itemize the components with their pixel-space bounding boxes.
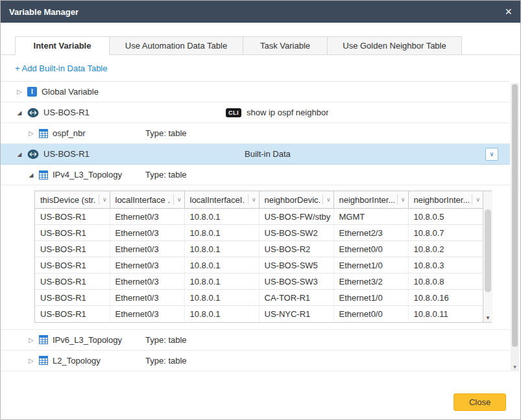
- table-cell: Ethernet0/3: [110, 241, 184, 257]
- table-cell: 10.8.0.1: [184, 274, 259, 290]
- expand-expanded-icon[interactable]: ◢: [27, 172, 36, 178]
- data-table-body: US-BOS-R1Ethernet0/310.8.0.1US-BOS-FW/st…: [35, 209, 483, 322]
- add-built-in-data-table-link[interactable]: + Add Built-in Data Table: [15, 64, 108, 73]
- scroll-down-icon[interactable]: ▼: [483, 315, 492, 321]
- column-header[interactable]: localInterfaceI...∨: [184, 191, 259, 209]
- column-header[interactable]: localInterface ...∨: [110, 191, 184, 209]
- topology-table-block: thisDevice (str...∨localInterface ...∨lo…: [1, 185, 510, 330]
- expand-collapsed-icon[interactable]: ▷: [15, 88, 24, 95]
- tree-label-ipv4-topology: IPv4_L3_Topology: [53, 170, 145, 180]
- table-cell: Ethernet2/3: [333, 225, 408, 241]
- table-cell: Ethernet1/0: [333, 257, 408, 274]
- tree-row-device-builtin[interactable]: ◢ US-BOS-R1 Built-in Data ∨: [1, 144, 510, 165]
- chevron-down-icon: ∨: [489, 150, 494, 158]
- table-cell: US-BOS-R1: [35, 209, 110, 225]
- expand-collapsed-icon[interactable]: ▷: [27, 130, 36, 137]
- tab-task-variable[interactable]: Task Variable: [243, 36, 328, 55]
- chevron-down-icon[interactable]: ∨: [472, 194, 480, 205]
- tree-label-device: US-BOS-R1: [43, 149, 245, 159]
- table-cell: US-BOS-SW5: [259, 257, 333, 274]
- table-cell: 10.8.0.8: [408, 274, 483, 290]
- expand-expanded-icon[interactable]: ◢: [15, 151, 24, 158]
- dialog-vertical-scrollbar[interactable]: ▼: [511, 83, 519, 371]
- chevron-down-icon[interactable]: ∨: [248, 194, 256, 205]
- table-cell: 10.8.0.1: [184, 225, 259, 241]
- tab-use-automation-data-table[interactable]: Use Automation Data Table: [110, 36, 243, 55]
- scrollbar-thumb[interactable]: [512, 84, 518, 347]
- type-text: Type: table: [145, 170, 187, 180]
- column-header[interactable]: neighborInter...∨: [333, 191, 408, 209]
- scroll-down-icon[interactable]: ▼: [511, 364, 519, 370]
- table-cell: 10.8.0.1: [184, 290, 259, 306]
- table-row[interactable]: US-BOS-R1Ethernet0/310.8.0.1CA-TOR-R1Eth…: [35, 290, 483, 306]
- table-cell: 10.8.0.2: [408, 241, 483, 257]
- table-cell: US-BOS-R1: [35, 257, 110, 274]
- tab-bar: Intent Variable Use Automation Data Tabl…: [1, 23, 520, 55]
- table-cell: US-BOS-SW3: [259, 274, 333, 290]
- chevron-down-icon[interactable]: ∨: [397, 194, 406, 205]
- tree-row-ipv6-topology[interactable]: ▷ IPv6_L3_Topology Type: table: [1, 330, 510, 351]
- topology-table: thisDevice (str...∨localInterface ...∨lo…: [34, 191, 492, 323]
- expand-collapsed-icon[interactable]: ▷: [27, 357, 36, 364]
- tree-label-ospf-nbr: ospf_nbr: [53, 128, 145, 138]
- device-icon: [27, 149, 39, 159]
- table-cell: US-BOS-SW2: [259, 225, 333, 241]
- scrollbar-thumb[interactable]: [485, 209, 491, 292]
- table-cell: US-BOS-R1: [35, 290, 110, 306]
- column-header-label: localInterfaceI...: [190, 195, 245, 205]
- table-cell: 10.8.0.1: [184, 241, 259, 257]
- variable-tree: ▷ I Global Variable ◢ US-BOS-R1 CLI show…: [1, 81, 510, 371]
- table-vertical-scrollbar[interactable]: ▼: [483, 191, 492, 322]
- column-header[interactable]: thisDevice (str...∨: [35, 191, 110, 209]
- expand-expanded-icon[interactable]: ◢: [15, 110, 24, 116]
- table-cell: Ethernet0/0: [333, 306, 408, 322]
- data-table-header-row: thisDevice (str...∨localInterface ...∨lo…: [35, 191, 483, 209]
- tab-intent-variable[interactable]: Intent Variable: [15, 36, 110, 55]
- table-cell: Ethernet0/3: [110, 209, 184, 225]
- table-icon: [39, 129, 48, 138]
- column-header[interactable]: neighborDevic...∨: [259, 191, 333, 209]
- tree-row-ipv4-topology[interactable]: ◢ IPv4_L3_Topology Type: table: [1, 165, 510, 185]
- cli-command-text: show ip ospf neighbor: [247, 108, 328, 117]
- table-cell: CA-TOR-R1: [259, 290, 333, 306]
- tree-row-global-variable[interactable]: ▷ I Global Variable: [1, 82, 510, 102]
- close-icon[interactable]: ×: [505, 6, 512, 18]
- table-cell: 10.8.0.1: [184, 209, 259, 225]
- chevron-down-icon[interactable]: ∨: [99, 194, 107, 205]
- table-row[interactable]: US-BOS-R1Ethernet0/310.8.0.1US-BOS-SW5Et…: [35, 257, 483, 274]
- column-header[interactable]: neighborInter...∨: [408, 191, 483, 209]
- type-text: Type: table: [145, 356, 187, 366]
- table-row[interactable]: US-BOS-R1Ethernet0/310.8.0.1US-BOS-R2Eth…: [35, 241, 483, 257]
- tree-row-device-cli[interactable]: ◢ US-BOS-R1 CLI show ip ospf neighbor: [1, 102, 510, 123]
- built-in-data-text: Built-in Data: [245, 149, 291, 159]
- table-row[interactable]: US-BOS-R1Ethernet0/310.8.0.1US-NYC-R1Eth…: [35, 306, 483, 322]
- table-cell: 10.8.0.5: [408, 209, 483, 225]
- table-cell: Ethernet0/3: [110, 306, 184, 322]
- table-cell: US-BOS-R2: [259, 241, 333, 257]
- table-cell: 10.8.0.16: [408, 290, 483, 306]
- table-cell: Ethernet0/0: [333, 241, 408, 257]
- tab-use-golden-neighbor-table[interactable]: Use Golden Neighbor Table: [328, 36, 462, 55]
- type-text: Type: table: [145, 128, 187, 138]
- tree-row-ospf-nbr[interactable]: ▷ ospf_nbr Type: table: [1, 123, 510, 144]
- table-row[interactable]: US-BOS-R1Ethernet0/310.8.0.1US-BOS-SW2Et…: [35, 225, 483, 241]
- table-cell: US-BOS-R1: [35, 241, 110, 257]
- table-cell: Ethernet0/3: [110, 290, 184, 306]
- table-row[interactable]: US-BOS-R1Ethernet0/310.8.0.1US-BOS-SW3Et…: [35, 274, 483, 290]
- table-row[interactable]: US-BOS-R1Ethernet0/310.8.0.1US-BOS-FW/st…: [35, 209, 483, 225]
- dialog-titlebar: Variable Manager ×: [1, 1, 520, 23]
- tree-row-l2-topology[interactable]: ▷ L2_Topology Type: table: [1, 351, 510, 371]
- column-header-label: localInterface ...: [115, 195, 171, 205]
- built-in-data-dropdown[interactable]: ∨: [485, 148, 498, 161]
- chevron-down-icon[interactable]: ∨: [173, 194, 182, 205]
- table-cell: 10.8.0.1: [184, 257, 259, 274]
- expand-collapsed-icon[interactable]: ▷: [27, 336, 36, 344]
- table-icon: [39, 356, 48, 365]
- tree-label-l2-topology: L2_Topology: [53, 356, 145, 366]
- table-cell: Ethernet3/2: [333, 274, 408, 290]
- table-cell: US-BOS-FW/stby: [259, 209, 333, 225]
- table-cell: 10.8.0.7: [408, 225, 483, 241]
- table-cell: US-BOS-R1: [35, 306, 110, 322]
- close-button[interactable]: Close: [454, 393, 506, 411]
- chevron-down-icon[interactable]: ∨: [322, 194, 331, 205]
